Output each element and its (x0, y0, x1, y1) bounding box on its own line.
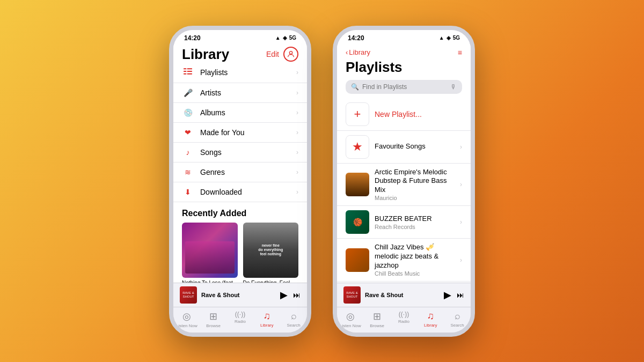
search-label-1: Search (287, 323, 300, 328)
svg-point-0 (289, 51, 292, 54)
playlists-chevron: › (296, 69, 298, 76)
library-nav-songs[interactable]: ♪ Songs › (173, 143, 307, 162)
status-time-1: 14:20 (184, 34, 201, 42)
buzzer-item[interactable]: 🏀 BUZZER BEATER Reach Records › (337, 206, 471, 239)
library-label-2: Library (424, 323, 437, 328)
new-playlist-icon: + (346, 102, 369, 126)
favourite-songs-chevron: › (460, 143, 462, 151)
arctic-info: Arctic Empire's Melodic Dubstep & Future… (375, 168, 455, 202)
tab-listen-now-2[interactable]: ◎ Listen Now (337, 311, 364, 328)
back-chevron-icon: ‹ (346, 48, 348, 56)
artists-label: Artists (200, 88, 296, 97)
library-label-1: Library (260, 323, 273, 328)
library-screen: Library Edit Playlists › (173, 44, 307, 283)
playlists-screen: ‹ Library ≡ Playlists 🔍 🎙 + New Playlist… (337, 44, 471, 283)
buzzer-chevron: › (460, 218, 462, 226)
tab-radio-2[interactable]: ((·)) Radio (391, 311, 418, 328)
skip-button-2[interactable]: ⏭ (457, 291, 464, 299)
play-button-1[interactable]: ▶ (280, 289, 288, 301)
svg-rect-6 (187, 73, 192, 74)
library-nav-downloaded[interactable]: ⬇ Downloaded › (173, 182, 307, 202)
browse-icon-2: ⊞ (373, 311, 381, 322)
back-label: Library (349, 48, 370, 56)
recently-added-section: Recently Added Nothing To Lose (feat. Ci… (173, 202, 307, 283)
status-bar-2: 14:20 ▲ ◈ 5G (337, 30, 471, 44)
library-nav-list: Playlists › 🎤 Artists › 💿 Albums › ❤ Mad… (173, 63, 307, 283)
playlists-icon (182, 68, 194, 77)
listen-now-icon-1: ◎ (182, 311, 191, 322)
chill-jazz-item[interactable]: Chill Jazz Vibes 🎺 melodic jazz beats & … (337, 239, 471, 282)
radio-icon-1: ((·)) (235, 311, 245, 318)
albums-icon: 💿 (182, 108, 194, 117)
status-icons-1: ▲ ◈ 5G (275, 35, 296, 41)
artists-icon: 🎤 (182, 88, 194, 97)
playlists-list: + New Playlist... ★ Favourite Songs › (337, 98, 471, 283)
skip-button-1[interactable]: ⏭ (293, 291, 301, 299)
menu-icon[interactable]: ≡ (458, 48, 462, 57)
tab-search-1[interactable]: ⌕ Search (280, 311, 307, 328)
library-nav-genres[interactable]: ≋ Genres › (173, 162, 307, 182)
songs-label: Songs (200, 148, 296, 157)
made-for-you-icon: ❤ (182, 128, 194, 137)
mini-player-2[interactable]: RAVE &SHOUT Rave & Shout ▶ ⏭ (337, 283, 471, 307)
chill-jazz-art (346, 248, 369, 272)
status-icons-2: ▲ ◈ 5G (439, 35, 460, 41)
library-header: Library Edit (173, 44, 307, 63)
favourite-songs-info: Favourite Songs (375, 142, 455, 151)
search-label-2: Search (450, 323, 464, 328)
tab-bar-2: ◎ Listen Now ⊞ Browse ((·)) Radio ♫ Libr… (337, 307, 471, 333)
library-nav-albums[interactable]: 💿 Albums › (173, 103, 307, 123)
browse-label-1: Browse (206, 323, 221, 328)
library-nav-artists[interactable]: 🎤 Artists › (173, 83, 307, 103)
playlists-title: Playlists (337, 59, 471, 80)
genres-chevron: › (296, 168, 298, 176)
new-playlist-label: New Playlist... (375, 110, 422, 119)
favourite-songs-item[interactable]: ★ Favourite Songs › (337, 131, 471, 164)
made-for-you-label: Made for You (200, 128, 296, 137)
arctic-art (346, 173, 369, 196)
album-card-2[interactable]: never finedo everythingfeel nothing Do E… (243, 223, 299, 283)
downloaded-chevron: › (296, 188, 298, 196)
chill-jazz-sub: Chill Beats Music (375, 270, 455, 277)
browse-label-2: Browse (370, 323, 384, 328)
library-nav-made-for-you[interactable]: ❤ Made for You › (173, 123, 307, 143)
mini-player-controls-1: ▶ ⏭ (280, 289, 301, 301)
arctic-sub: Mauricio (375, 195, 455, 201)
artists-chevron: › (296, 89, 298, 97)
arctic-item[interactable]: Arctic Empire's Melodic Dubstep & Future… (337, 164, 471, 206)
playlists-nav: ‹ Library ≡ (337, 44, 471, 59)
tab-browse-1[interactable]: ⊞ Browse (200, 311, 227, 328)
svg-rect-3 (184, 73, 186, 74)
tab-browse-2[interactable]: ⊞ Browse (364, 311, 391, 328)
buzzer-art: 🏀 (346, 210, 369, 234)
svg-rect-2 (184, 71, 186, 72)
svg-rect-4 (187, 68, 192, 69)
search-icon-tab-1: ⌕ (291, 311, 297, 322)
downloaded-label: Downloaded (200, 188, 296, 196)
tab-search-2[interactable]: ⌕ Search (444, 311, 471, 328)
tab-library-2[interactable]: ♫ Library (417, 311, 444, 328)
avatar[interactable] (283, 47, 298, 62)
songs-chevron: › (296, 149, 298, 156)
tab-listen-now-1[interactable]: ◎ Listen Now (173, 311, 200, 328)
new-playlist-item[interactable]: + New Playlist... (337, 98, 471, 131)
listen-now-label-2: Listen Now (340, 323, 361, 328)
tab-radio-1[interactable]: ((·)) Radio (227, 311, 254, 328)
search-bar[interactable]: 🔍 🎙 (346, 80, 462, 94)
edit-button[interactable]: Edit (266, 50, 279, 58)
album-art-1 (182, 223, 238, 278)
search-icon-tab-2: ⌕ (455, 311, 460, 322)
songs-icon: ♪ (182, 148, 194, 157)
library-nav-playlists[interactable]: Playlists › (173, 63, 307, 83)
back-button[interactable]: ‹ Library (346, 48, 370, 56)
chill-jazz-name: Chill Jazz Vibes 🎺 melodic jazz beats & … (375, 243, 455, 270)
search-input[interactable] (362, 83, 447, 91)
album-card-1[interactable]: Nothing To Lose (feat. Ci... Tinlicker (182, 223, 238, 283)
buzzer-info: BUZZER BEATER Reach Records (375, 215, 455, 230)
tab-library-1[interactable]: ♫ Library (253, 311, 280, 328)
mini-player-1[interactable]: RAVE &SHOUT Rave & Shout ▶ ⏭ (173, 283, 307, 307)
status-bar-1: 14:20 ▲ ◈ 5G (173, 30, 307, 44)
mic-icon[interactable]: 🎙 (450, 83, 457, 91)
arctic-name: Arctic Empire's Melodic Dubstep & Future… (375, 168, 455, 195)
play-button-2[interactable]: ▶ (444, 289, 451, 301)
